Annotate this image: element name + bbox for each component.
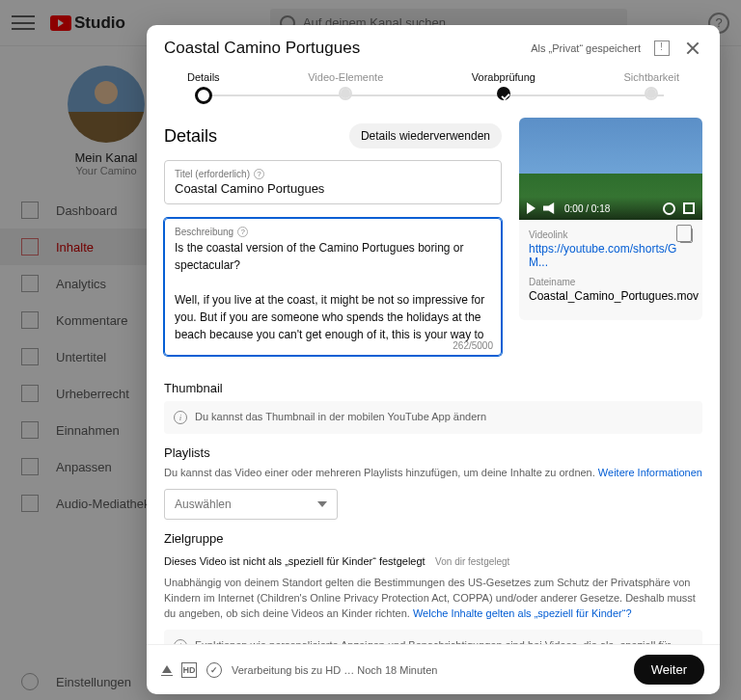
thumbnail-heading: Thumbnail (164, 381, 702, 395)
upload-modal: Coastal Camino Portugues Als „Privat“ ge… (147, 25, 720, 694)
title-field[interactable]: Titel (erforderlich)? Coastal Camino Por… (164, 160, 502, 204)
step-visibility[interactable]: Sichtbarkeit (624, 71, 679, 104)
playlists-help: Du kannst das Video einer oder mehreren … (164, 466, 702, 481)
audience-status: Dieses Video ist nicht als „speziell für… (164, 555, 425, 567)
fullscreen-icon[interactable] (683, 202, 695, 214)
hd-badge: HD (181, 662, 197, 678)
videolink-label: Videolink (529, 229, 693, 240)
playlist-select[interactable]: Auswählen (164, 489, 338, 520)
settings-icon[interactable] (663, 202, 675, 215)
audience-heading: Zielgruppe (164, 531, 702, 546)
playlists-heading: Playlists (164, 445, 702, 460)
step-elements[interactable]: Video-Elemente (308, 71, 383, 104)
video-preview: 0:00 / 0:18 Videolink https://youtube.co… (519, 118, 702, 320)
filename-label: Dateiname (529, 277, 693, 287)
upload-icon (162, 665, 172, 675)
save-status: Als „Privat“ gespeichert (531, 42, 641, 54)
check-icon: ✓ (206, 662, 222, 678)
processing-status: Verarbeitung bis zu HD … Noch 18 Minuten (232, 664, 437, 676)
thumbnail-note: iDu kannst das Thumbnail in der mobilen … (164, 401, 702, 434)
close-icon[interactable] (683, 39, 702, 58)
description-textarea[interactable] (175, 239, 491, 343)
audience-by: Von dir festgelegt (435, 556, 509, 567)
help-icon[interactable]: ? (237, 227, 248, 237)
next-button[interactable]: Weiter (634, 655, 704, 685)
audience-link[interactable]: Welche Inhalte gelten als „speziell für … (413, 607, 632, 619)
help-icon[interactable]: ? (254, 169, 264, 179)
audience-warning: iFunktionen wie personalisierte Anzeigen… (164, 630, 702, 644)
title-value: Coastal Camino Portugues (175, 181, 491, 196)
step-details[interactable]: Details (187, 71, 220, 104)
filename: Coastal_Camino_Portugues.mov (529, 289, 693, 303)
char-counter: 262/5000 (453, 340, 493, 351)
feedback-icon[interactable]: ! (654, 40, 670, 56)
modal-title: Coastal Camino Portugues (164, 39, 360, 58)
videolink[interactable]: https://youtube.com/shorts/GM... (529, 242, 693, 269)
preview-video[interactable]: 0:00 / 0:18 (519, 118, 702, 220)
stepper: Details Video-Elemente Vorabprüfung Sich… (147, 66, 720, 114)
info-icon: i (174, 411, 187, 424)
reuse-details-button[interactable]: Details wiederverwenden (349, 123, 502, 148)
details-heading: Details (164, 126, 217, 147)
chevron-down-icon (317, 501, 327, 507)
playlists-more-link[interactable]: Weitere Informationen (598, 467, 702, 478)
audience-explain: Unabhängig von deinem Standort gelten di… (164, 576, 702, 622)
step-checks[interactable]: Vorabprüfung (472, 71, 535, 104)
copy-icon[interactable] (679, 228, 693, 243)
video-time: 0:00 / 0:18 (564, 203, 610, 214)
description-field[interactable]: Beschreibung? 262/5000 (164, 218, 502, 356)
volume-icon[interactable] (543, 202, 557, 214)
play-icon[interactable] (527, 202, 535, 214)
